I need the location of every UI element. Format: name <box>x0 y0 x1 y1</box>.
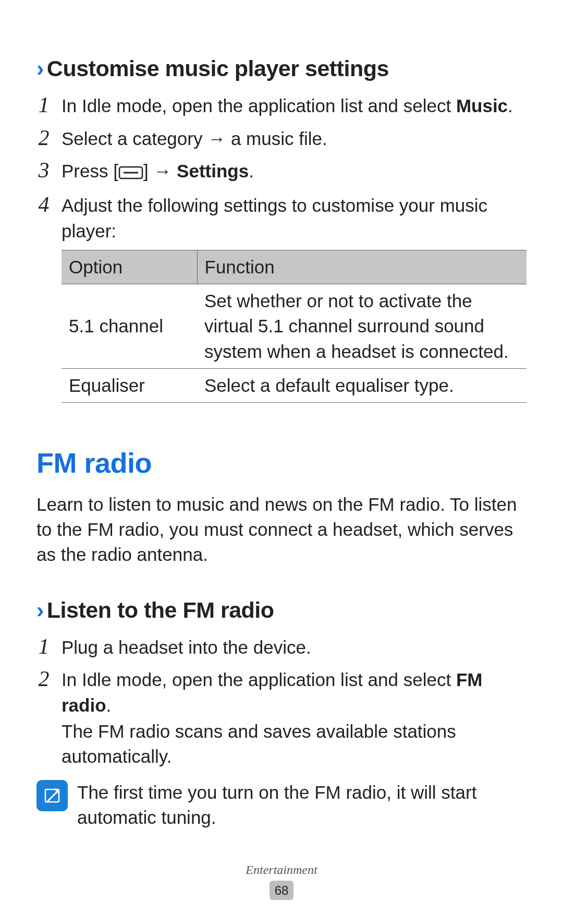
step-subnote: The FM radio scans and saves available s… <box>62 719 527 770</box>
subheading-prefix-icon: › <box>36 597 44 622</box>
step-number: 3 <box>36 159 51 182</box>
step-body: Adjust the following settings to customi… <box>62 193 527 403</box>
step-row: 1 In Idle mode, open the application lis… <box>36 93 527 118</box>
subheading-prefix-icon: › <box>36 56 44 81</box>
step-row: 1 Plug a headset into the device. <box>36 635 527 660</box>
step-arrow: ] → <box>143 161 177 181</box>
step-body: Press [] → Settings. <box>62 159 527 186</box>
table-row: 5.1 channel Set whether or not to activa… <box>62 284 527 369</box>
step-bold: Settings <box>177 161 249 181</box>
table-cell-option: Equaliser <box>62 369 197 403</box>
table-cell-function: Set whether or not to activate the virtu… <box>197 284 527 369</box>
table-cell-function: Select a default equaliser type. <box>197 369 527 403</box>
subheading-listen: ›Listen to the FM radio <box>36 595 527 626</box>
manual-page: ›Customise music player settings 1 In Id… <box>0 0 563 924</box>
note-text: The first time you turn on the FM radio,… <box>77 780 527 831</box>
footer-section-label: Entertainment <box>0 861 563 879</box>
table-cell-option: 5.1 channel <box>62 284 197 369</box>
step-text: In Idle mode, open the application list … <box>62 669 456 690</box>
subheading-text: Listen to the FM radio <box>47 597 274 622</box>
step-text-after: . <box>106 695 112 715</box>
step-text: Plug a headset into the device. <box>62 637 311 657</box>
page-number: 68 <box>270 881 294 900</box>
step-row: 2 Select a category → a music file. <box>36 126 527 151</box>
table-row: Equaliser Select a default equaliser typ… <box>62 369 527 403</box>
step-text-after: . <box>508 95 513 116</box>
step-text: In Idle mode, open the application list … <box>62 95 456 116</box>
intro-paragraph: Learn to listen to music and news on the… <box>36 492 527 568</box>
step-text: Select a category → a music file. <box>62 128 327 149</box>
step-body: Select a category → a music file. <box>62 126 527 151</box>
note-row: The first time you turn on the FM radio,… <box>36 780 527 831</box>
step-text-after: . <box>249 161 254 181</box>
table-header-option: Option <box>62 250 197 284</box>
step-row: 2 In Idle mode, open the application lis… <box>36 667 527 769</box>
step-number: 4 <box>36 193 51 216</box>
step-number: 1 <box>36 93 51 116</box>
step-body: In Idle mode, open the application list … <box>62 93 527 118</box>
step-row: 4 Adjust the following settings to custo… <box>36 193 527 403</box>
subheading-customise: ›Customise music player settings <box>36 53 527 84</box>
step-text: Adjust the following settings to customi… <box>62 195 487 241</box>
table-header-row: Option Function <box>62 250 527 284</box>
step-number: 1 <box>36 635 51 658</box>
step-number: 2 <box>36 126 51 149</box>
note-icon <box>36 780 68 811</box>
subheading-text: Customise music player settings <box>47 56 389 81</box>
step-number: 2 <box>36 667 51 690</box>
step-press-label: Press [ <box>62 161 118 181</box>
main-heading-fm-radio: FM radio <box>36 443 527 483</box>
step-body: Plug a headset into the device. <box>62 635 527 660</box>
page-footer: Entertainment 68 <box>0 861 563 900</box>
step-bold: Music <box>456 95 508 116</box>
step-body: In Idle mode, open the application list … <box>62 667 527 769</box>
table-header-function: Function <box>197 250 527 284</box>
menu-button-icon <box>118 161 143 186</box>
step-row: 3 Press [] → Settings. <box>36 159 527 186</box>
settings-table: Option Function 5.1 channel Set whether … <box>62 250 527 403</box>
